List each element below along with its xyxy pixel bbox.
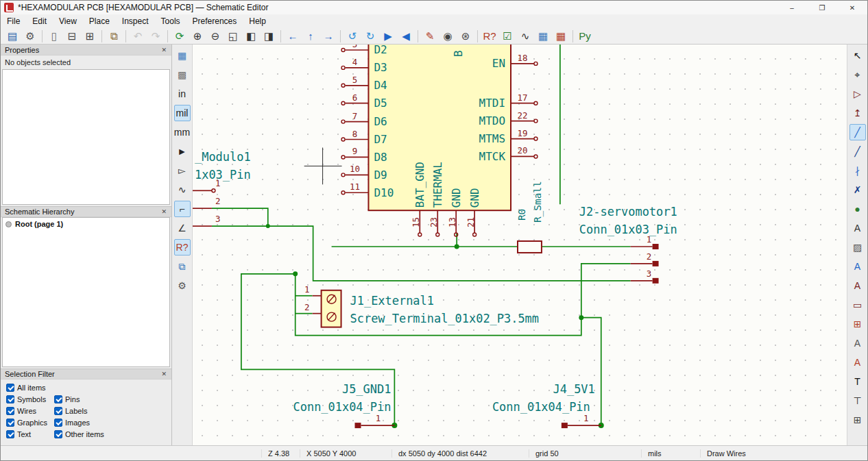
hierarchical-label-tool[interactable]: A [849,277,866,294]
units-inch-button[interactable]: in [174,86,191,102]
plot-button[interactable]: ⊞ [82,29,98,44]
schematic-canvas[interactable]: 3 4 5 6 7 8 9 10 11 D2 D3 D4 D5 D6 [193,45,847,445]
menu-edit[interactable]: Edit [26,15,53,27]
bus-entry-tool[interactable]: ∤ [849,162,866,179]
grid-override-button[interactable]: ▩ [174,66,191,83]
mirror-h-button[interactable]: ▶ [380,29,396,44]
zoom-out-button[interactable]: ⊖ [207,29,224,44]
mirror-v-button[interactable]: ◀ [398,29,414,44]
j5-connector-symbol[interactable]: J5_GND1 Conn_01x04_Pin 1 [293,382,395,428]
no-connect-tool[interactable]: ✗ [849,182,866,198]
page-settings-button[interactable]: ▯ [46,29,62,44]
filter-wires[interactable]: Wires [6,407,50,415]
menu-place[interactable]: Place [83,15,116,27]
cursor-45-button[interactable]: ▻ [174,162,191,179]
schematic-setup-button[interactable]: ⚙ [22,29,38,44]
paste-button[interactable]: ⧉ [106,29,122,44]
redo-button[interactable]: ↷ [147,29,164,44]
maximize-button[interactable]: ❐ [807,1,837,14]
j4-connector-symbol[interactable]: J4_5V1 Conn_01x04_Pin 1 [492,382,601,428]
rotate-ccw-button[interactable]: ↺ [344,29,361,44]
menu-inspect[interactable]: Inspect [116,15,155,27]
global-label-tool[interactable]: A [849,258,866,275]
draw-wire-tool[interactable]: ╱ [849,124,866,140]
nav-back-button[interactable]: ← [285,29,301,44]
edit-symbol-fields-button[interactable]: ✎ [422,29,438,44]
add-power-tool[interactable]: ↥ [849,105,866,121]
filter-text[interactable]: Text [6,430,50,438]
show-hidden-pins-button[interactable]: ∿ [174,182,191,198]
selection-filter-close-icon[interactable]: ✕ [160,371,167,377]
properties-close-icon[interactable]: ✕ [160,47,167,53]
hierarchy-close-icon[interactable]: ✕ [160,208,167,215]
filter-images[interactable]: Images [54,419,166,427]
j2-connector-symbol[interactable]: J2-servomotor1 Conn_01x03_Pin 1 2 3 [579,205,677,284]
add-sheet-tool[interactable]: ▭ [849,297,866,313]
refresh-button[interactable]: ⟳ [171,29,188,44]
window-title: *HEXAMODULAR PCB [HEXAMODULAR PCB] — Sch… [18,3,777,12]
add-table-tool[interactable]: ⊞ [849,412,866,428]
j1-screw-terminal-symbol[interactable]: 1 2 J1_External1 Screw_Terminal_01x02_P3… [304,284,539,327]
units-mil-button[interactable]: mil [174,105,191,121]
zoom-in-button[interactable]: ⊕ [189,29,206,44]
filter-all-items[interactable]: All items [6,384,50,392]
filter-graphics[interactable]: Graphics [6,419,50,427]
zoom-selection-button[interactable]: ◨ [261,29,277,44]
hierarchy-navigator-button[interactable]: ⧉ [174,258,191,275]
bom-button[interactable]: ▦ [553,29,569,44]
minimize-button[interactable]: – [777,1,807,14]
schematic-drawing[interactable]: 3 4 5 6 7 8 9 10 11 D2 D3 D4 D5 D6 [193,45,847,445]
junction-dot [266,224,270,228]
menu-view[interactable]: View [53,15,83,27]
add-textbox-tool[interactable]: ⊤ [849,393,866,409]
highlight-net-tool[interactable]: ⌖ [849,66,866,83]
sheet-pin-tool[interactable]: A [849,335,866,351]
nav-up-button[interactable]: ↑ [302,29,319,44]
rotate-cw-button[interactable]: ↻ [362,29,378,44]
filter-other-items[interactable]: Other items [54,430,166,438]
line-mode-free-button[interactable]: ∠ [174,220,191,236]
find-button[interactable]: ◉ [439,29,456,44]
menu-help[interactable]: Help [243,15,272,27]
ic-symbol[interactable]: 3 4 5 6 7 8 9 10 11 D2 D3 D4 D5 D6 [341,45,538,236]
find-replace-button[interactable]: ⊛ [457,29,474,44]
filter-labels[interactable]: Labels [54,407,166,415]
add-symbol-tool[interactable]: ▷ [849,86,866,102]
cursor-shape-button[interactable]: ► [174,143,191,160]
close-button[interactable]: ✕ [837,1,867,14]
menu-file[interactable]: File [1,15,26,27]
net-label-tool[interactable]: A [849,220,866,236]
scripting-console-button[interactable]: Py [577,29,593,44]
zoom-fit-button[interactable]: ◱ [225,29,241,44]
nav-forward-button[interactable]: → [320,29,337,44]
select-tool[interactable]: ↖ [849,47,866,64]
resistor-symbol[interactable]: R0 R_Small [516,181,544,253]
filter-pins[interactable]: Pins [54,395,166,403]
hierarchy-root-item[interactable]: Root (page 1) [5,220,167,228]
save-button[interactable]: ▤ [4,29,21,44]
line-mode-90-button[interactable]: ⌐ [174,201,191,217]
print-button[interactable]: ⊟ [64,29,80,44]
tool-icon: ⌖ [855,70,860,79]
import-sheet-pin-tool[interactable]: ⊞ [849,316,866,332]
symbol-fields-table-button[interactable]: ▦ [535,29,551,44]
filter-symbols[interactable]: Symbols [6,395,50,403]
properties-toggle-button[interactable]: ⚙ [174,277,191,294]
grid-show-button[interactable]: ▦ [174,47,191,64]
annotate-button[interactable]: R? [481,29,498,44]
undo-button[interactable]: ↶ [130,29,146,44]
tool-icon: ✗ [854,185,862,195]
import-hier-label-tool[interactable]: A [849,354,866,371]
simulator-button[interactable]: ∿ [517,29,533,44]
junction-tool[interactable]: ● [849,201,866,217]
menu-tools[interactable]: Tools [155,15,186,27]
add-text-tool[interactable]: T [849,373,866,390]
net-class-directive-tool[interactable]: ▨ [849,239,866,256]
zoom-objects-button[interactable]: ◧ [243,29,259,44]
units-mm-button[interactable]: mm [174,124,191,140]
annotate-auto-button[interactable]: R? [174,239,191,256]
draw-bus-tool[interactable]: ╱ [849,143,866,160]
module-symbol[interactable]: _Modulo1 1x03_Pin 1 2 3 [193,150,251,226]
menu-preferences[interactable]: Preferences [186,15,243,27]
erc-button[interactable]: ☑ [499,29,516,44]
